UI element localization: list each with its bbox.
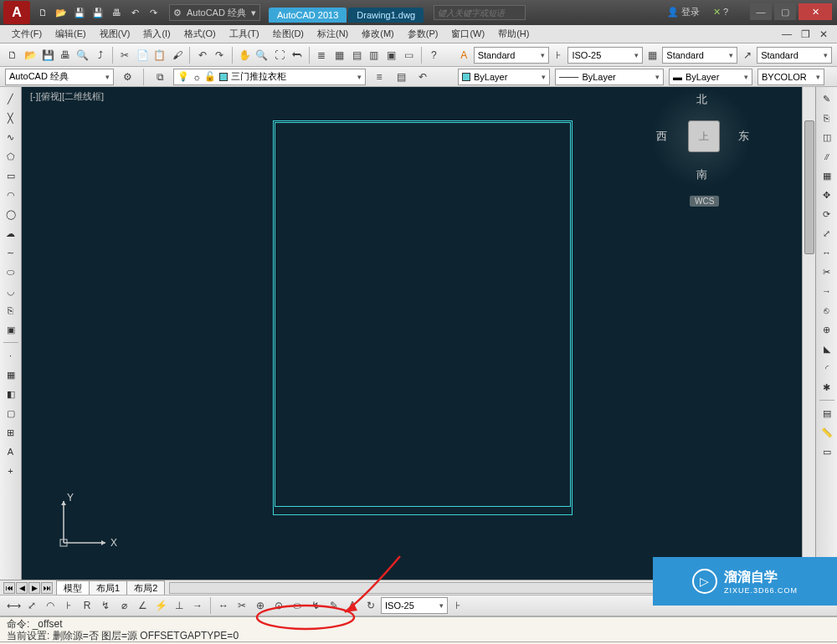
redo-icon[interactable]: ↷: [146, 5, 161, 20]
dc-button[interactable]: ▦: [331, 47, 347, 64]
color-combo[interactable]: ByLayer▾: [458, 69, 550, 85]
rotate-tool[interactable]: ⟳: [819, 206, 835, 222]
tolerance[interactable]: ⊕: [252, 597, 269, 614]
mtext-tool[interactable]: A: [3, 443, 19, 460]
sheetset-button[interactable]: ▥: [366, 47, 382, 64]
open-icon[interactable]: 📂: [54, 5, 69, 20]
text-style-combo[interactable]: Standard▾: [474, 47, 549, 64]
properties-button[interactable]: ≣: [314, 47, 330, 64]
centermark[interactable]: ⊙: [270, 597, 287, 614]
toolpalette-button[interactable]: ▤: [349, 47, 365, 64]
tab-last[interactable]: ⏭: [41, 582, 53, 594]
menu-param[interactable]: 参数(P): [401, 26, 445, 42]
dim-edit[interactable]: ✎: [326, 597, 342, 614]
menu-file[interactable]: 文件(F): [5, 26, 49, 42]
mleaderstyle-icon[interactable]: ↗: [739, 47, 755, 64]
save-button[interactable]: 💾: [40, 47, 56, 64]
copy-button[interactable]: 📄: [135, 47, 151, 64]
move-tool[interactable]: ✥: [819, 187, 835, 203]
login-label[interactable]: 登录: [681, 6, 700, 18]
publish-button[interactable]: ⤴: [92, 47, 108, 64]
zoom-button[interactable]: 🔍: [254, 47, 270, 64]
dim-diameter[interactable]: ⌀: [116, 597, 132, 614]
viewcube[interactable]: 北 南 西 东 上 WCS: [660, 95, 743, 212]
extend-tool[interactable]: →: [819, 283, 835, 299]
stretch-tool[interactable]: ↔: [819, 244, 835, 261]
viewcube-south[interactable]: 南: [696, 167, 707, 182]
spline-tool[interactable]: ∼: [3, 244, 19, 261]
dim-space[interactable]: ↔: [215, 597, 232, 614]
open-button[interactable]: 📂: [23, 47, 39, 64]
measure-tool[interactable]: 📏: [819, 424, 835, 441]
explode-tool[interactable]: ✱: [819, 379, 835, 396]
menu-draw[interactable]: 绘图(D): [266, 26, 311, 42]
tab-prev[interactable]: ◀: [16, 582, 28, 594]
tablestyle-icon[interactable]: ▦: [644, 47, 660, 64]
doc-restore-button[interactable]: ❐: [797, 26, 814, 43]
polygon-tool[interactable]: ⬠: [3, 148, 19, 165]
help-icon[interactable]: ?: [723, 7, 728, 17]
dim-radius[interactable]: R: [79, 597, 95, 614]
lineweight-combo[interactable]: ▬ByLayer▾: [669, 69, 752, 85]
circle-tool[interactable]: ◯: [3, 206, 19, 222]
saveas-icon[interactable]: 💾: [90, 5, 105, 20]
menu-view[interactable]: 视图(V): [93, 26, 137, 42]
undo-icon[interactable]: ↶: [127, 5, 142, 20]
dim-break[interactable]: ✂: [234, 597, 250, 614]
exchange-icon[interactable]: ✕: [713, 7, 721, 18]
tab-next[interactable]: ▶: [28, 582, 40, 594]
menu-help[interactable]: 帮助(H): [491, 26, 536, 42]
viewcube-top[interactable]: 上: [688, 120, 720, 152]
maximize-button[interactable]: ▢: [774, 3, 796, 20]
dim-arc[interactable]: ◠: [42, 597, 59, 614]
keyword-search-input[interactable]: [434, 5, 526, 20]
arc-tool[interactable]: ◠: [3, 187, 19, 203]
viewcube-west[interactable]: 西: [656, 129, 667, 144]
doc-name-tab[interactable]: Drawing1.dwg: [348, 8, 424, 23]
plotstyle-combo[interactable]: BYCOLOR▾: [757, 69, 824, 85]
zoomwin-button[interactable]: ⛶: [271, 47, 287, 64]
wcs-badge[interactable]: WCS: [690, 196, 719, 207]
dim-angular[interactable]: ∠: [134, 597, 151, 614]
drawing-rect-inner[interactable]: [275, 122, 571, 507]
doc-close-button[interactable]: ✕: [815, 26, 832, 43]
menu-modify[interactable]: 修改(M): [355, 26, 401, 42]
app-logo[interactable]: A: [3, 1, 30, 24]
mleader-style-combo[interactable]: Standard▾: [757, 47, 832, 64]
table-tool[interactable]: ⊞: [3, 424, 19, 441]
menu-insert[interactable]: 插入(I): [136, 26, 177, 42]
dim-tedit[interactable]: A: [344, 597, 361, 614]
layer-filter-icon[interactable]: ⧉: [151, 69, 168, 85]
trim-tool[interactable]: ✂: [819, 263, 835, 280]
menu-tools[interactable]: 工具(T): [223, 26, 266, 42]
vertical-scrollbar[interactable]: [802, 87, 815, 580]
paste-button[interactable]: 📋: [152, 47, 168, 64]
hatch-tool[interactable]: ▦: [3, 366, 19, 383]
linetype-combo[interactable]: ───ByLayer▾: [555, 69, 664, 85]
revision-tool[interactable]: ☁: [3, 225, 19, 242]
viewport-label[interactable]: [-][俯视][二维线框]: [30, 90, 104, 103]
dim-aligned[interactable]: ⤢: [23, 597, 40, 614]
ellipsearc-tool[interactable]: ◡: [3, 283, 19, 299]
join-tool[interactable]: ⊕: [819, 321, 835, 338]
insert-tool[interactable]: ⎘: [3, 302, 19, 319]
tab-layout1[interactable]: 布局1: [89, 580, 127, 595]
dim-jogged[interactable]: ↯: [97, 597, 114, 614]
tab-model[interactable]: 模型: [56, 580, 90, 595]
preview-button[interactable]: 🔍: [74, 47, 90, 64]
tab-layout2[interactable]: 布局2: [126, 580, 165, 595]
scrollbar-thumb[interactable]: [804, 120, 814, 254]
close-button[interactable]: ✕: [798, 3, 832, 20]
dim-style-combo[interactable]: ISO-25▾: [567, 47, 643, 64]
signin-icon[interactable]: 👤: [667, 7, 679, 18]
rectangle-tool[interactable]: ▭: [3, 167, 19, 184]
menu-window[interactable]: 窗口(W): [444, 26, 491, 42]
workspace-select[interactable]: AutoCAD 经典▾: [5, 69, 114, 85]
minimize-button[interactable]: —: [750, 3, 772, 20]
dim-linear[interactable]: ⟷: [5, 597, 22, 614]
print-icon[interactable]: 🖶: [109, 5, 124, 20]
dim-update[interactable]: ↻: [362, 597, 379, 614]
dim-style-combo2[interactable]: ISO-25▾: [381, 597, 448, 614]
calc-button[interactable]: ▭: [401, 47, 417, 64]
region-tool[interactable]: ▢: [3, 405, 19, 422]
